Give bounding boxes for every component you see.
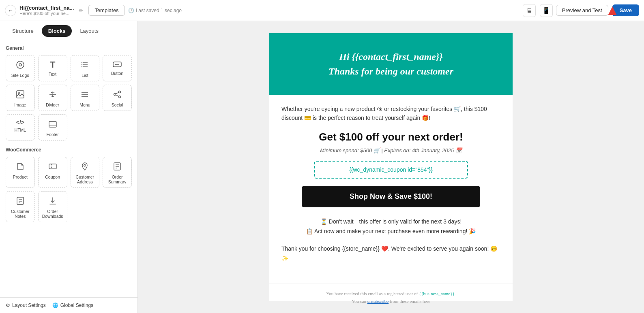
email-expiry: Minimum spend: $500 🛒 | Expires on: 4th … [281,147,500,153]
svg-line-19 [116,92,118,94]
email-title-block: Hi{{contact_first_na... Here's $100 off … [19,5,74,16]
topbar-left: ← Hi{{contact_first_na... Here's $100 of… [5,5,519,16]
block-text[interactable]: T Text [38,55,67,81]
svg-point-11 [18,92,19,94]
templates-button[interactable]: Templates [88,5,125,16]
email-offer-title: Get $100 off your next order! [281,131,500,143]
block-order-downloads-label: Order Downloads [40,209,65,219]
block-customer-address-label: Customer Address [73,175,98,184]
desktop-view-button[interactable]: 🖥 [523,4,536,17]
unsubscribe-link[interactable]: unsubscribe [367,299,389,304]
sidebar-bottom: ⚙ Layout Settings 🌐 Global Settings [0,297,137,313]
tab-blocks[interactable]: Blocks [42,25,72,37]
svg-rect-32 [17,197,24,204]
back-button[interactable]: ← [5,5,16,16]
email-urgency: ⏳ Don't wait—this offer is only valid fo… [281,217,500,236]
block-product[interactable]: Product [6,157,35,188]
topbar-right: Preview and Test Save [556,4,639,16]
svg-point-6 [82,64,82,65]
svg-rect-21 [49,121,56,127]
block-list[interactable]: List [71,55,100,81]
main-layout: Structure Blocks Layouts General Site Lo… [0,21,644,313]
divider-icon [48,90,57,100]
customer-notes-icon [16,196,25,207]
block-divider[interactable]: Divider [38,85,67,111]
button-icon [113,60,122,68]
block-product-label: Product [13,175,28,179]
block-html-label: HTML [15,128,26,132]
email-body: Whether you're eyeing a new product 🛍 or… [269,95,513,283]
block-site-logo[interactable]: Site Logo [6,55,35,81]
block-site-logo-label: Site Logo [11,73,29,78]
global-settings-button[interactable]: 🌐 Global Settings [52,302,93,308]
html-icon: </> [16,119,24,125]
svg-point-5 [82,62,82,63]
menu-icon [80,90,89,100]
email-thankyou: Thank you for choosing {{store_name}} ❤️… [281,244,500,264]
block-html[interactable]: </> HTML [6,114,35,141]
svg-point-0 [17,61,24,68]
block-social-label: Social [112,102,123,107]
content-area: Hi {{contact_first_name}} Thanks for bei… [138,21,644,313]
block-button-label: Button [111,71,123,76]
block-menu[interactable]: Menu [71,85,100,111]
image-icon [16,90,25,100]
tab-layouts[interactable]: Layouts [73,25,105,37]
shop-now-button[interactable]: Shop Now & Save $100! [302,186,480,207]
edit-title-button[interactable]: ✏ [77,6,85,15]
block-footer-label: Footer [46,132,58,137]
order-downloads-icon [48,196,57,207]
email-title-main: Hi{{contact_first_na... [19,5,74,11]
svg-point-18 [119,96,121,98]
svg-point-7 [82,66,82,67]
woocommerce-blocks-grid: Product Coupon [6,157,132,222]
block-image[interactable]: Image [6,85,35,111]
block-customer-notes[interactable]: Customer Notes [6,191,35,222]
urgency-line2: 📋 Act now and make your next purchase ev… [281,227,500,236]
gear-icon: ⚙ [6,302,10,308]
block-footer[interactable]: Footer [38,114,67,141]
footer-icon [48,119,57,130]
block-divider-label: Divider [46,102,59,107]
topbar-center: 🖥 📱 [523,4,553,17]
svg-point-1 [19,64,21,66]
general-section-label: General [6,45,132,51]
block-customer-notes-label: Customer Notes [8,209,33,219]
block-customer-address[interactable]: Customer Address [71,157,100,188]
clock-icon: 🕐 [128,8,134,13]
block-list-label: List [82,73,88,78]
business-name-var: {{business_name}} [419,291,455,296]
social-icon [113,90,122,100]
block-button[interactable]: Button [103,55,132,81]
general-blocks-grid: Site Logo T Text [6,55,132,141]
block-text-label: Text [49,72,56,77]
block-order-summary-label: Order Summary [105,175,130,184]
text-icon: T [50,60,55,69]
block-image-label: Image [14,102,26,107]
email-preview: Hi {{contact_first_name}} Thanks for bei… [269,33,513,301]
block-order-summary[interactable]: Order Summary [103,157,132,188]
block-coupon[interactable]: Coupon [38,157,67,188]
urgency-line1: ⏳ Don't wait—this offer is only valid fo… [281,217,500,227]
woocommerce-section-label: WooCommerce [6,147,132,153]
save-button[interactable]: Save [612,4,639,16]
tab-structure[interactable]: Structure [6,25,40,37]
list-icon [80,60,89,70]
layout-settings-button[interactable]: ⚙ Layout Settings [6,302,46,308]
block-menu-label: Menu [79,102,90,107]
svg-point-17 [114,94,116,96]
customer-address-icon [80,162,89,172]
block-social[interactable]: Social [103,85,132,111]
email-header-line1: Hi {{contact_first_name}} [281,49,500,64]
coupon-icon [48,162,57,172]
email-footer-block: You have received this email as a regist… [269,283,513,311]
order-summary-icon [113,162,122,172]
sidebar: Structure Blocks Layouts General Site Lo… [0,21,138,313]
mobile-view-button[interactable]: 📱 [540,4,553,17]
sidebar-scroll: General Site Logo T Text [0,37,137,297]
svg-point-27 [84,164,86,166]
block-order-downloads[interactable]: Order Downloads [38,191,67,222]
preview-and-test-button[interactable]: Preview and Test [556,5,608,16]
svg-rect-10 [17,91,24,98]
footer-line2: You can unsubscribe from these emails he… [281,298,500,305]
